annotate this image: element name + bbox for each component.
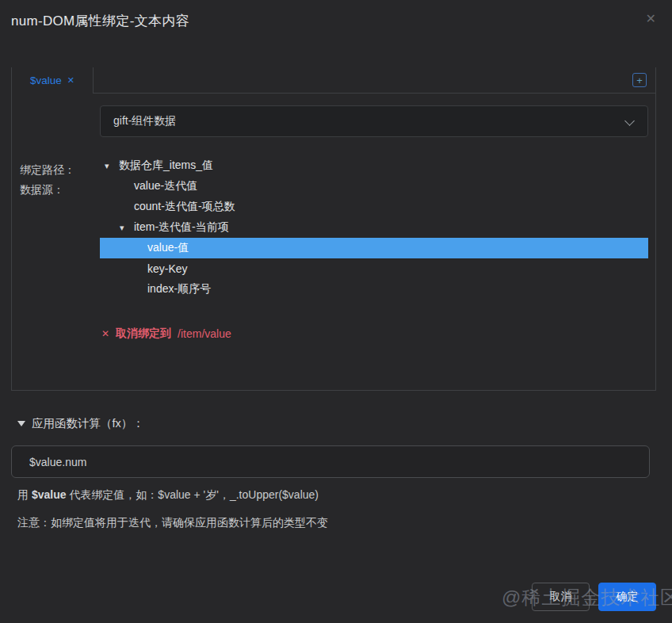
tree-item-label: value-值	[147, 241, 189, 255]
data-source-value: gift-组件数据	[113, 114, 176, 128]
dialog-title: num-DOM属性绑定-文本内容	[11, 12, 189, 30]
tree-item-label: index-顺序号	[147, 282, 211, 296]
tree-item[interactable]: value-迭代值	[100, 176, 648, 197]
caret-down-icon[interactable]: ▾	[120, 224, 134, 232]
add-tab-button[interactable]: +	[632, 73, 647, 87]
tab-label: $value	[30, 75, 62, 86]
tree-item-label: key-Key	[147, 262, 188, 275]
tree-item[interactable]: ▾数据仓库_items_值	[100, 155, 648, 176]
tree-item-label: value-迭代值	[134, 179, 197, 193]
unbind-path: /item/value	[178, 327, 231, 340]
unbind-x-icon[interactable]: ✕	[101, 329, 109, 338]
tree-item-label: item-迭代值-当前项	[134, 220, 229, 235]
fx-expression-input[interactable]	[11, 445, 650, 478]
unbind-text: 取消绑定到	[116, 327, 171, 341]
fx-header-label: 应用函数计算（fx）：	[32, 416, 144, 431]
fx-section-toggle[interactable]: 应用函数计算（fx）：	[17, 416, 144, 431]
fx-note-text: 注意：如绑定值将用于迭代，请确保应用函数计算后的类型不变	[17, 516, 328, 530]
fx-help-text: 用 $value 代表绑定值，如：$value + '岁'，_.toUpper(…	[17, 488, 319, 503]
close-icon[interactable]: ✕	[646, 13, 656, 25]
cancel-button[interactable]: 取消	[532, 583, 590, 611]
tab-strip-divider	[94, 93, 655, 94]
tab-close-icon[interactable]: ✕	[67, 76, 74, 85]
tree-item[interactable]: ▾item-迭代值-当前项	[100, 217, 648, 238]
tree-item[interactable]: index-顺序号	[100, 279, 648, 300]
caret-down-icon[interactable]: ▾	[105, 162, 119, 170]
tree-item-label: count-迭代值-项总数	[134, 200, 235, 214]
data-source-label: 数据源：	[20, 183, 64, 197]
chevron-down-icon	[624, 116, 635, 126]
tree-item[interactable]: key-Key	[100, 258, 648, 279]
tab-value[interactable]: $value ✕	[12, 67, 94, 94]
data-source-select[interactable]: gift-组件数据	[100, 105, 648, 137]
binding-path-label: 绑定路径：	[20, 163, 75, 178]
tab-strip: $value ✕ +	[12, 67, 655, 93]
tree-item-label: 数据仓库_items_值	[119, 159, 213, 173]
binding-tree: ▾数据仓库_items_值value-迭代值count-迭代值-项总数▾item…	[100, 155, 648, 300]
triangle-down-icon	[17, 421, 25, 426]
binding-panel: $value ✕ + 数据源： gift-组件数据 绑定路径： ▾数据仓库_it…	[11, 67, 656, 391]
unbind-button[interactable]: ✕ 取消绑定到 /item/value	[101, 327, 231, 341]
tree-item-selected[interactable]: value-值	[100, 238, 648, 258]
binding-dialog: { "dialog": { "title": "num-DOM属性绑定-文本内容…	[0, 0, 672, 623]
confirm-button[interactable]: 确定	[598, 583, 656, 611]
tree-item[interactable]: count-迭代值-项总数	[100, 197, 648, 217]
